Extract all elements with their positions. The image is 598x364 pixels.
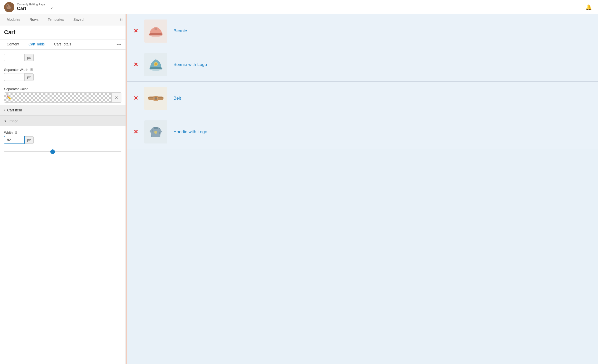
width-field-group: Width 🖥 px bbox=[0, 126, 126, 146]
editing-label: Currently Editing Page bbox=[17, 3, 45, 6]
header-left: 🦫 Currently Editing Page Cart ⌄ bbox=[4, 2, 56, 12]
image-label: Image bbox=[8, 119, 18, 123]
tab-rows[interactable]: Rows bbox=[25, 14, 43, 25]
eyedropper-button[interactable]: ✏️ bbox=[6, 95, 12, 100]
separator-width-input-row: px bbox=[4, 73, 121, 81]
remove-hoodie-button[interactable]: ✕ bbox=[133, 129, 138, 135]
separator-color-group: Separator Color ✏️ ✕ bbox=[0, 83, 126, 105]
top-px-input-row: px bbox=[4, 54, 121, 61]
top-px-unit: px bbox=[25, 54, 34, 61]
remove-belt-button[interactable]: ✕ bbox=[133, 95, 138, 102]
separator-color-label: Separator Color bbox=[4, 87, 121, 91]
page-title: Cart bbox=[17, 6, 45, 11]
sub-tab-cart-table[interactable]: Cart Table bbox=[24, 40, 50, 49]
image-chevron-icon: ∨ bbox=[4, 119, 6, 123]
image-accordion[interactable]: ∨ Image bbox=[0, 116, 126, 126]
belt-image bbox=[144, 87, 167, 110]
beanie-logo-name: Beanie with Logo bbox=[173, 62, 207, 67]
cart-item-row-beanie: ✕ Beanie bbox=[127, 14, 598, 48]
sub-tab-content[interactable]: Content bbox=[2, 40, 24, 49]
page-dropdown-button[interactable]: ⌄ bbox=[48, 3, 56, 11]
separator-width-input[interactable] bbox=[4, 73, 25, 81]
main-area: Modules Rows Templates Saved ⠿ Cart Cont… bbox=[0, 14, 598, 364]
cart-item-row-belt: ✕ Belt bbox=[127, 82, 598, 115]
notification-bell-button[interactable]: 🔔 bbox=[583, 3, 594, 11]
sub-tab-cart-totals[interactable]: Cart Totals bbox=[50, 40, 76, 49]
svg-point-13 bbox=[154, 131, 157, 134]
beanie-name: Beanie bbox=[173, 28, 187, 34]
logo-icon: 🦫 bbox=[4, 2, 14, 12]
cart-item-accordion[interactable]: › Cart Item bbox=[0, 105, 126, 116]
monitor-icon: 🖥 bbox=[30, 68, 33, 72]
svg-point-12 bbox=[154, 127, 158, 129]
belt-name: Belt bbox=[173, 96, 181, 101]
width-monitor-icon: 🖥 bbox=[14, 130, 18, 135]
drag-handle[interactable]: ⠿ bbox=[120, 14, 123, 25]
slider-row bbox=[0, 146, 126, 156]
left-panel: Modules Rows Templates Saved ⠿ Cart Cont… bbox=[0, 14, 126, 364]
top-px-field-group: px bbox=[0, 50, 126, 63]
section-title: Cart bbox=[0, 25, 126, 40]
hoodie-image bbox=[144, 120, 167, 143]
cart-item-chevron-icon: › bbox=[4, 108, 5, 112]
separator-width-label: Separator Width 🖥 bbox=[4, 68, 121, 72]
sub-tab-bar: Content Cart Table Cart Totals ••• bbox=[0, 40, 126, 50]
svg-rect-4 bbox=[150, 67, 162, 69]
cart-item-label: Cart Item bbox=[7, 108, 22, 112]
more-options-button[interactable]: ••• bbox=[114, 41, 123, 48]
tab-modules[interactable]: Modules bbox=[2, 14, 25, 25]
color-checker-bg: ✏️ bbox=[4, 93, 111, 102]
panel-content: px Separator Width 🖥 px Separator Color bbox=[0, 50, 126, 364]
color-clear-button[interactable]: ✕ bbox=[111, 93, 121, 102]
separator-width-unit: px bbox=[25, 73, 34, 81]
width-slider[interactable] bbox=[4, 151, 121, 152]
width-input-row: px bbox=[4, 136, 121, 144]
svg-rect-2 bbox=[155, 28, 157, 30]
remove-beanie-button[interactable]: ✕ bbox=[133, 28, 138, 34]
color-picker-row[interactable]: ✏️ ✕ bbox=[4, 92, 121, 103]
cart-item-row-beanie-logo: ✕ Beanie with Logo bbox=[127, 48, 598, 82]
header-title-group: Currently Editing Page Cart bbox=[17, 3, 45, 11]
right-panel: ✕ Beanie ✕ bbox=[127, 14, 598, 364]
svg-rect-1 bbox=[149, 33, 162, 35]
separator-width-group: Separator Width 🖥 px bbox=[0, 63, 126, 83]
beanie-image bbox=[144, 20, 167, 43]
svg-rect-11 bbox=[155, 98, 157, 99]
width-input[interactable] bbox=[4, 136, 25, 144]
top-px-input[interactable] bbox=[4, 54, 25, 61]
tab-templates[interactable]: Templates bbox=[43, 14, 69, 25]
cart-item-row-hoodie: ✕ Hoodie with Logo bbox=[127, 115, 598, 149]
svg-point-6 bbox=[155, 63, 157, 65]
tab-saved[interactable]: Saved bbox=[69, 14, 88, 25]
width-label: Width 🖥 bbox=[4, 130, 121, 135]
beanie-logo-image bbox=[144, 53, 167, 76]
width-unit: px bbox=[25, 136, 34, 144]
remove-beanie-logo-button[interactable]: ✕ bbox=[133, 61, 138, 68]
top-tab-bar: Modules Rows Templates Saved ⠿ bbox=[0, 14, 126, 25]
top-header: 🦫 Currently Editing Page Cart ⌄ 🔔 bbox=[0, 0, 598, 14]
hoodie-logo-name: Hoodie with Logo bbox=[173, 129, 207, 135]
drag-dots-icon: ⠿ bbox=[120, 17, 123, 23]
